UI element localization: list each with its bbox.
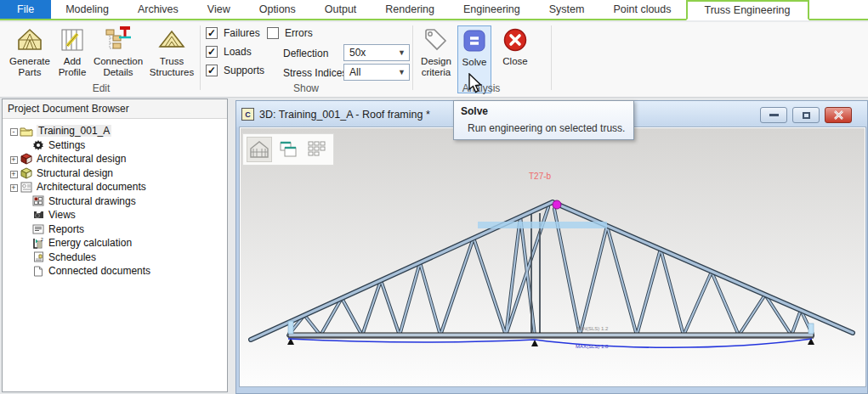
stress-indices-value: All — [349, 66, 360, 78]
tab-truss-engineering[interactable]: Truss Engineering — [686, 0, 809, 20]
generate-parts-label: Generate Parts — [7, 56, 53, 78]
tree-item-label[interactable]: Connected documents — [48, 265, 150, 277]
failures-label: Failures — [224, 27, 260, 39]
tab-engineering[interactable]: Engineering — [449, 0, 535, 19]
generate-parts-button[interactable]: Generate Parts — [7, 25, 53, 78]
tab-modeling[interactable]: Modeling — [51, 0, 123, 19]
design-criteria-tag-icon — [422, 25, 451, 54]
group-label-show: Show — [201, 82, 411, 94]
truss-structures-button[interactable]: Truss Structures — [146, 25, 197, 78]
errors-label: Errors — [285, 27, 313, 39]
close-button[interactable]: Close — [496, 25, 534, 67]
tree-item-label[interactable]: Architectural design — [37, 153, 126, 165]
tree-item-architectural-design[interactable]: + Architectural design — [3, 152, 227, 166]
tree-item-structural-design[interactable]: + Structural design — [3, 166, 227, 181]
min-deflection-label: MIN(SLS) 1.2 — [577, 326, 609, 331]
expand-expander[interactable]: + — [10, 156, 18, 164]
collapse-expander[interactable]: - — [10, 128, 18, 136]
tree-item-label[interactable]: Structural drawings — [48, 195, 136, 207]
blank-document-icon — [31, 265, 45, 277]
tree-item-architectural-documents[interactable]: + Architectural documents — [3, 180, 227, 194]
tab-point-clouds[interactable]: Point clouds — [599, 0, 685, 19]
loads-checkbox[interactable]: ✓ — [206, 46, 218, 58]
add-profile-button[interactable]: Add Profile — [54, 25, 90, 78]
expand-expander[interactable]: + — [10, 184, 18, 192]
tree-item-label[interactable]: Training_001_A — [37, 125, 111, 137]
tree-item-label[interactable]: Architectural documents — [37, 181, 146, 193]
deflection-curve — [288, 339, 812, 347]
failures-checkbox-row: ✓ Failures — [206, 27, 260, 39]
menu-bar: File Modeling Archives View Options Outp… — [0, 0, 868, 20]
svg-text:2: 2 — [41, 238, 43, 242]
tree-item-project-root[interactable]: - Training_001_A — [3, 124, 227, 138]
window-close-button[interactable] — [825, 107, 852, 123]
restore-button[interactable] — [792, 107, 820, 123]
truss-drawing[interactable]: T27-b MIN(SLS) 1.2 MAX(SLS) 1.8 — [241, 128, 866, 386]
tree-item-label[interactable]: Energy calculation — [48, 237, 132, 249]
tab-archives[interactable]: Archives — [123, 0, 193, 19]
minimize-button[interactable] — [760, 107, 787, 123]
energy-calculation-icon: 2 — [31, 237, 45, 249]
connection-details-button[interactable]: Connection Details — [90, 25, 146, 78]
tree-item-label[interactable]: Schedules — [48, 251, 96, 263]
tab-options[interactable]: Options — [245, 0, 310, 19]
supports-label: Supports — [224, 65, 264, 76]
tab-rendering[interactable]: Rendering — [371, 0, 449, 19]
tab-view[interactable]: View — [193, 0, 245, 19]
design-criteria-button[interactable]: Design criteria — [417, 25, 456, 78]
expand-expander[interactable]: + — [10, 171, 18, 178]
tree-item-views[interactable]: Views — [3, 208, 227, 222]
profile-icon — [58, 25, 87, 54]
tab-file[interactable]: File — [0, 0, 51, 19]
tree-item-reports[interactable]: Reports — [3, 222, 227, 237]
tree-item-settings[interactable]: Settings — [3, 138, 227, 153]
report-icon — [31, 223, 45, 235]
connection-details-label: Connection Details — [90, 56, 146, 78]
max-deflection-label: MAX(SLS) 1.8 — [576, 344, 609, 349]
solve-equals-icon — [460, 26, 489, 55]
chevron-down-icon: ▼ — [398, 48, 406, 57]
connection-details-icon — [104, 25, 133, 54]
tree-item-energy-calculation[interactable]: 2 Energy calculation — [3, 236, 227, 250]
tree-item-connected-documents[interactable]: Connected documents — [3, 264, 227, 279]
folder-open-icon — [20, 125, 33, 137]
tree-item-label[interactable]: Settings — [48, 139, 85, 151]
tab-system[interactable]: System — [535, 0, 599, 19]
drawing-icon — [31, 195, 45, 207]
panel-title: Project Document Browser — [3, 99, 227, 119]
tree-item-label[interactable]: Structural design — [37, 167, 113, 179]
loads-label: Loads — [224, 46, 252, 58]
close-icon — [501, 25, 530, 54]
truss-id-label: T27-b — [529, 172, 552, 181]
truss-gable-icon — [15, 25, 44, 54]
tooltip-text: Run engineering on selected truss. — [468, 122, 627, 134]
failures-checkbox[interactable]: ✓ — [206, 27, 218, 39]
tree-item-structural-drawings[interactable]: Structural drawings — [3, 194, 227, 209]
close-label: Close — [502, 56, 527, 67]
stress-indices-label: Stress Indices — [283, 67, 347, 79]
viewport-3d[interactable]: T27-b MIN(SLS) 1.2 MAX(SLS) 1.8 — [240, 127, 865, 386]
restore-icon — [803, 112, 810, 119]
errors-checkbox-row: Errors — [267, 27, 313, 39]
supports-checkbox[interactable]: ✓ — [206, 65, 218, 76]
document-tree: - Training_001_A Settings + Architectura… — [3, 119, 227, 279]
tab-output[interactable]: Output — [310, 0, 372, 19]
stress-indices-dropdown[interactable]: All ▼ — [343, 64, 410, 81]
project-document-browser: Project Document Browser - Training_001_… — [2, 98, 228, 392]
workspace: Project Document Browser - Training_001_… — [0, 98, 868, 394]
ribbon-group-show: ✓ Failures ✓ Loads ✓ Supports Errors Def… — [201, 22, 411, 97]
window-controls — [760, 107, 852, 123]
tree-item-schedules[interactable]: Schedules — [3, 250, 227, 265]
truss-structure-icon — [157, 25, 186, 54]
deflection-value: 50x — [349, 47, 366, 59]
chevron-down-icon: ▼ — [398, 68, 406, 76]
apex-node-marker[interactable] — [553, 200, 561, 209]
window-3d: C 3D: Training_001_A - Roof framing * — [235, 100, 868, 394]
tree-item-label[interactable]: Reports — [48, 223, 84, 235]
tooltip-title: Solve — [461, 105, 627, 117]
errors-checkbox[interactable] — [267, 27, 279, 39]
deflection-dropdown[interactable]: 50x ▼ — [343, 44, 410, 61]
truss-structures-label: Truss Structures — [146, 56, 197, 78]
tree-item-label[interactable]: Views — [48, 209, 76, 221]
close-x-icon — [833, 110, 844, 120]
